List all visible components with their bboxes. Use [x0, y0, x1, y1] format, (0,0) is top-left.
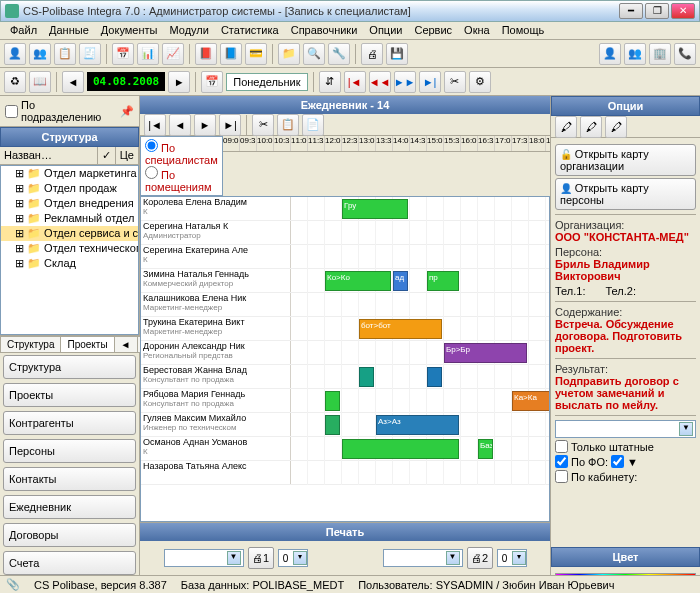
tool-btn[interactable]: 📋 [54, 43, 76, 65]
tool-btn[interactable]: 📊 [137, 43, 159, 65]
tool-btn[interactable]: 🧾 [79, 43, 101, 65]
menu-item[interactable]: Статистика [215, 22, 285, 39]
menu-item[interactable]: Документы [95, 22, 164, 39]
tool-btn[interactable]: 👥 [29, 43, 51, 65]
nav-button[interactable]: Контакты [3, 467, 136, 491]
menu-item[interactable]: Файл [4, 22, 43, 39]
appointment-block[interactable]: Бр>Бр [444, 343, 527, 363]
prev-icon[interactable]: ◄ [169, 114, 191, 136]
tree-item[interactable]: ⊞ 📁 Отдел продаж [1, 181, 138, 196]
next-icon[interactable]: ► [194, 114, 216, 136]
nav-icon[interactable]: ⇵ [319, 71, 341, 93]
appointment-block[interactable] [325, 391, 340, 411]
nav-button[interactable]: Структура [3, 355, 136, 379]
appointment-block[interactable] [325, 415, 340, 435]
tool-btn[interactable]: 📘 [220, 43, 242, 65]
nav-button[interactable]: Персоны [3, 439, 136, 463]
calendar-icon[interactable]: 📅 [201, 71, 223, 93]
by-fio-checkbox[interactable] [555, 455, 568, 468]
tool-btn[interactable]: 🏢 [649, 43, 671, 65]
copies-spin[interactable]: ▾ [278, 549, 308, 567]
menu-item[interactable]: Данные [43, 22, 95, 39]
appointment-block[interactable] [427, 367, 442, 387]
highlighter-icon[interactable]: 🖍 [605, 116, 627, 138]
appointment-block[interactable]: ад [393, 271, 408, 291]
person-name[interactable]: Назарова Татьяна Алекс [141, 461, 291, 484]
by-department-checkbox[interactable] [5, 105, 18, 118]
printer-select[interactable]: ▼ [164, 549, 244, 567]
date-display[interactable]: 04.08.2008 [87, 72, 165, 91]
tool-btn[interactable]: 📞 [674, 43, 696, 65]
nav-button[interactable]: Счета [3, 551, 136, 575]
tree-item[interactable]: ⊞ 📁 Отдел сервиса и соп [1, 226, 138, 241]
print2-button[interactable]: 🖨2 [467, 547, 493, 569]
print1-button[interactable]: 🖨1 [248, 547, 274, 569]
appointment-block[interactable] [342, 439, 459, 459]
person-name[interactable]: Османов Аднан УсмановК [141, 437, 291, 460]
schedule-grid[interactable]: Королева Елена ВладимК Гру Серегина Ната… [140, 196, 550, 522]
person-name[interactable]: Калашникова Елена НикМаркетинг-менеджер [141, 293, 291, 316]
by-rooms-radio[interactable] [145, 166, 158, 179]
highlighter-icon[interactable]: 🖍 [555, 116, 577, 138]
tree-item[interactable]: ⊞ 📁 Склад [1, 256, 138, 271]
next-icon[interactable]: ► [168, 71, 190, 93]
person-name[interactable]: Трукина Екатерина ВиктМаркетинг-менеджер [141, 317, 291, 340]
book-icon[interactable]: 📖 [29, 71, 51, 93]
tree-item[interactable]: ⊞ 📁 Рекламный отдел [1, 211, 138, 226]
tool-btn[interactable]: 📕 [195, 43, 217, 65]
tree-item[interactable]: ⊞ 📁 Отдел технического о [1, 241, 138, 256]
prev-icon[interactable]: ◄ [62, 71, 84, 93]
tool-icon[interactable]: ⚙ [469, 71, 491, 93]
menu-item[interactable]: Модули [164, 22, 215, 39]
tool-btn[interactable]: 🔧 [328, 43, 350, 65]
tool-btn[interactable]: 💾 [386, 43, 408, 65]
nav-prev-icon[interactable]: ◄◄ [369, 71, 391, 93]
tree-item[interactable]: ⊞ 📁 Отдел маркетинга [1, 166, 138, 181]
nav-next-icon[interactable]: ►► [394, 71, 416, 93]
close-button[interactable]: ✕ [671, 3, 695, 19]
nav-button[interactable]: Договоры [3, 523, 136, 547]
tool-btn[interactable]: 📈 [162, 43, 184, 65]
tool-btn[interactable]: 📅 [112, 43, 134, 65]
tool-btn[interactable]: 👤 [4, 43, 26, 65]
org-tree[interactable]: ⊞ 📁 Отдел маркетинга⊞ 📁 Отдел продаж⊞ 📁 … [0, 165, 139, 335]
appointment-block[interactable]: Баз [478, 439, 493, 459]
tool-btn[interactable]: 👥 [624, 43, 646, 65]
person-name[interactable]: Берестовая Жанна ВладКонсультант по прод… [141, 365, 291, 388]
tool-btn[interactable]: 🖨 [361, 43, 383, 65]
nav-button[interactable]: Контрагенты [3, 411, 136, 435]
staff-only-checkbox[interactable] [555, 440, 568, 453]
menu-item[interactable]: Помощь [496, 22, 551, 39]
by-cabinet-checkbox[interactable] [555, 470, 568, 483]
tool-btn[interactable]: 👤 [599, 43, 621, 65]
dropdown-icon[interactable]: ▼ [627, 456, 638, 468]
tool-btn[interactable]: 🔍 [303, 43, 325, 65]
copy-icon[interactable]: 📋 [277, 114, 299, 136]
fio-sub-checkbox[interactable] [611, 455, 624, 468]
tool-btn[interactable]: 💳 [245, 43, 267, 65]
maximize-button[interactable]: ❐ [645, 3, 669, 19]
person-name[interactable]: Рябцова Мария ГеннадьКонсультант по прод… [141, 389, 291, 412]
person-name[interactable]: Зимина Наталья ГеннадьКоммерческий дирек… [141, 269, 291, 292]
appointment-block[interactable]: Аз>Аз [376, 415, 459, 435]
person-name[interactable]: Королева Елена ВладимК [141, 197, 291, 220]
filter-select[interactable]: ▼ [555, 420, 696, 438]
pin-icon[interactable]: 📌 [120, 105, 134, 118]
first-icon[interactable]: |◄ [144, 114, 166, 136]
nav-last-icon[interactable]: ►| [419, 71, 441, 93]
minimize-button[interactable]: ━ [619, 3, 643, 19]
nav-button[interactable]: Проекты [3, 383, 136, 407]
tab-scroll[interactable]: ◄ [114, 336, 138, 353]
tree-item[interactable]: ⊞ 📁 Отдел внедрения [1, 196, 138, 211]
person-name[interactable]: Доронин Александр НикРегиональный предст… [141, 341, 291, 364]
last-icon[interactable]: ►| [219, 114, 241, 136]
copies-spin-2[interactable]: ▾ [497, 549, 527, 567]
appointment-block[interactable]: пр [427, 271, 459, 291]
nav-first-icon[interactable]: |◄ [344, 71, 366, 93]
appointment-block[interactable]: Ка>Ка [512, 391, 550, 411]
tree-tab[interactable]: Структура [0, 336, 61, 353]
person-name[interactable]: Серегина Наталья КАдминистратор [141, 221, 291, 244]
printer-select-2[interactable]: ▼ [383, 549, 463, 567]
tool-btn[interactable]: 📁 [278, 43, 300, 65]
open-person-card-button[interactable]: 👤 Открыть карту персоны [555, 178, 696, 210]
